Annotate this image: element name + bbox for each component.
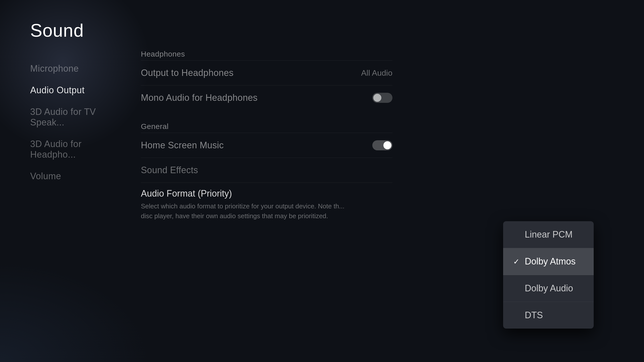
toggle-knob-2 (383, 141, 391, 149)
sidebar-item-3d-tv[interactable]: 3D Audio for TV Speak... (30, 101, 126, 133)
audio-format-section[interactable]: Audio Format (Priority) Select which aud… (141, 183, 392, 228)
mono-audio-label: Mono Audio for Headphones (141, 93, 258, 103)
main-content: Headphones Output to Headphones All Audi… (141, 45, 392, 228)
output-to-headphones-label: Output to Headphones (141, 68, 233, 78)
dropdown-item-dolby-audio[interactable]: Dolby Audio (503, 275, 594, 302)
dropdown-label-linear-pcm: Linear PCM (525, 229, 573, 240)
settings-page: Sound Microphone Audio Output 3D Audio f… (0, 0, 644, 362)
headphones-section-header: Headphones (141, 45, 392, 60)
sound-effects-label: Sound Effects (141, 165, 198, 175)
mono-audio-row[interactable]: Mono Audio for Headphones (141, 85, 392, 110)
sound-effects-row[interactable]: Sound Effects (141, 158, 392, 183)
mono-audio-toggle[interactable] (372, 93, 392, 103)
dropdown-label-dts: DTS (525, 310, 543, 321)
dropdown-item-linear-pcm[interactable]: Linear PCM (503, 221, 594, 248)
sidebar-item-microphone[interactable]: Microphone (30, 58, 126, 79)
output-to-headphones-value: All Audio (361, 68, 392, 78)
check-mark-dolby-atmos: ✓ (513, 257, 520, 266)
sidebar-item-3d-headphone[interactable]: 3D Audio for Headpho... (30, 133, 126, 165)
audio-format-dropdown[interactable]: Linear PCM ✓ Dolby Atmos Dolby Audio DTS (503, 221, 594, 329)
dropdown-label-dolby-atmos: Dolby Atmos (525, 256, 576, 267)
home-screen-music-row[interactable]: Home Screen Music (141, 133, 392, 158)
audio-format-title: Audio Format (Priority) (141, 186, 347, 201)
home-screen-music-label: Home Screen Music (141, 140, 224, 151)
dropdown-item-dts[interactable]: DTS (503, 302, 594, 329)
page-title: Sound (30, 20, 84, 41)
dropdown-item-dolby-atmos[interactable]: ✓ Dolby Atmos (503, 248, 594, 275)
dropdown-label-dolby-audio: Dolby Audio (525, 283, 573, 294)
home-screen-music-toggle[interactable] (372, 140, 392, 150)
sidebar-nav: Microphone Audio Output 3D Audio for TV … (30, 58, 126, 187)
output-to-headphones-row[interactable]: Output to Headphones All Audio (141, 60, 392, 85)
toggle-knob (373, 94, 381, 102)
audio-format-description: Select which audio format to prioritize … (141, 201, 347, 221)
sidebar-item-volume[interactable]: Volume (30, 165, 126, 187)
sidebar-item-audio-output[interactable]: Audio Output (30, 79, 126, 101)
general-section-header: General (141, 118, 392, 133)
